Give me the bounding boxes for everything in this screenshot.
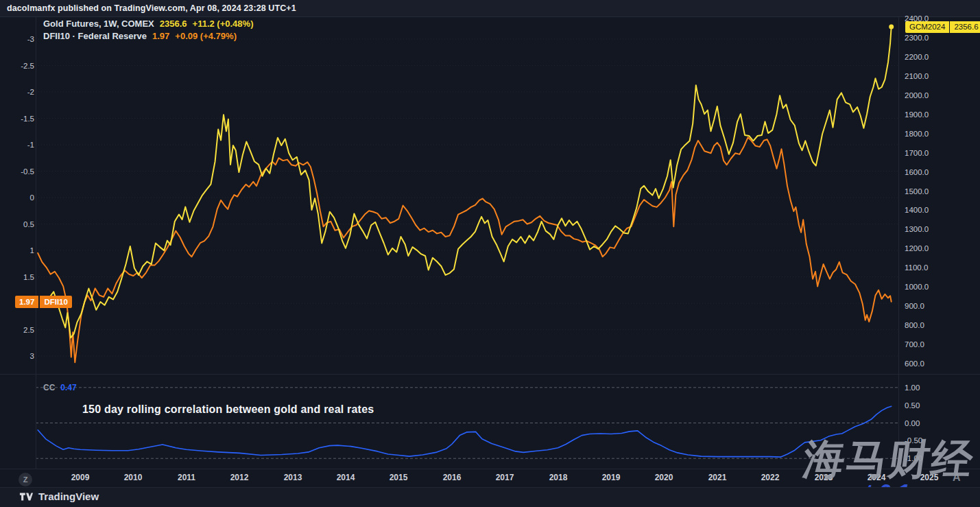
time-axis-tick: 2019 <box>602 473 621 482</box>
footer-bar <box>0 487 980 507</box>
time-axis-tick: 2018 <box>549 473 568 482</box>
price-axis-tick: 2300.0 <box>905 34 929 42</box>
price-axis-tick: 600.0 <box>905 359 924 368</box>
price-axis-tick: 1000.0 <box>905 283 929 291</box>
time-axis-tick: 2014 <box>337 473 355 482</box>
price-axis-tick: 2100.0 <box>905 72 929 80</box>
time-axis-tick: 2022 <box>761 473 780 482</box>
legend-gold-row[interactable]: Gold Futures, 1W, COMEX 2356.6 +11.2 (+0… <box>43 19 253 29</box>
gold-change: +11.2 (+0.48%) <box>193 19 254 29</box>
rates-change: +0.09 (+4.79%) <box>175 31 237 41</box>
tradingview-logo-icon <box>19 491 34 502</box>
dfii10-series-line <box>38 137 892 362</box>
panel-separator[interactable] <box>0 374 980 375</box>
price-axis-tick: 1300.0 <box>905 225 929 233</box>
cc-axis-tick: 0.00 <box>905 419 920 427</box>
price-axis-tick: 1200.0 <box>905 244 929 252</box>
gold-series-title: Gold Futures, 1W, COMEX <box>43 19 154 29</box>
price-axis-tick: 2200.0 <box>905 53 929 61</box>
price-axis-tick: 1900.0 <box>905 110 929 119</box>
time-axis-tick: 2009 <box>71 473 90 482</box>
gold-series-line <box>38 27 892 338</box>
left-axis-tick: 0 <box>0 193 34 202</box>
chart-canvas[interactable] <box>0 0 980 507</box>
left-scale-border <box>36 17 36 469</box>
gold-price-axis-label[interactable]: GCM20242356.6 <box>905 21 980 33</box>
gold-price-value: 2356.6 <box>950 21 980 33</box>
rates-series-title: DFII10 · Federal Reserve <box>43 31 147 41</box>
price-axis-tick: 1600.0 <box>905 168 929 176</box>
cc-indicator-row[interactable]: CC 0.47 <box>43 383 77 392</box>
left-axis-tick: -3 <box>0 35 34 43</box>
left-axis-tick: 1.5 <box>0 273 34 281</box>
tradingview-published-chart: dacolmanfx published on TradingView.com,… <box>0 0 980 507</box>
price-axis-tick: 1100.0 <box>905 263 928 272</box>
time-axis-tick: 2020 <box>655 473 673 482</box>
left-axis-tick: -2.5 <box>0 62 34 70</box>
left-axis-tick: 2.5 <box>0 326 34 334</box>
cc-axis-tick: 0.50 <box>905 401 920 410</box>
cc-indicator-title: CC <box>43 383 55 392</box>
price-axis-tick: 800.0 <box>905 321 924 329</box>
left-axis-tick: 3 <box>0 352 34 360</box>
left-axis-tick: -2 <box>0 88 34 96</box>
left-axis-tick: 1 <box>0 246 34 255</box>
price-axis-tick: 1500.0 <box>905 187 929 196</box>
price-axis-tick: 2000.0 <box>905 91 929 99</box>
time-axis-tick: 2016 <box>443 473 462 482</box>
price-axis-tick: 1800.0 <box>905 130 929 138</box>
cc-indicator-value: 0.47 <box>60 383 76 392</box>
publish-title: dacolmanfx published on TradingView.com,… <box>7 3 296 13</box>
time-axis-tick: 2011 <box>178 473 195 482</box>
price-axis-tick: 900.0 <box>905 302 924 310</box>
rates-price-value: 1.97 <box>15 296 38 308</box>
price-axis-tick: 700.0 <box>905 340 924 349</box>
legend-rates-row[interactable]: DFII10 · Federal Reserve 1.97 +0.09 (+4.… <box>43 31 237 41</box>
gold-last-point-marker <box>889 25 894 30</box>
cc-axis-tick: 1.00 <box>905 384 920 392</box>
rates-symbol: DFII10 <box>40 296 72 308</box>
time-axis-tick: 2013 <box>284 473 302 482</box>
time-axis-tick: 2015 <box>390 473 408 482</box>
time-axis-tick: 2012 <box>230 473 249 482</box>
left-axis-tick: -1.5 <box>0 115 34 123</box>
rates-last-value: 1.97 <box>152 31 169 41</box>
price-axis-tick: 1700.0 <box>905 149 929 157</box>
time-axis-tick: 2017 <box>496 473 514 482</box>
price-axis-tick: 1400.0 <box>905 206 929 214</box>
time-axis-tick: 2010 <box>124 473 143 482</box>
left-axis-tick: -1 <box>0 141 34 149</box>
chart-annotation-text: 150 day rolling correlation between gold… <box>82 403 374 416</box>
time-axis-tick: 2021 <box>708 473 727 482</box>
tradingview-brand-label: TradingView <box>38 491 99 502</box>
gold-contract-symbol: GCM2024 <box>905 21 949 33</box>
rates-price-axis-label[interactable]: 1.97DFII10 <box>15 296 72 308</box>
left-axis-tick: 0.5 <box>0 220 34 228</box>
tradingview-brand[interactable]: TradingView <box>19 491 99 502</box>
publish-header: dacolmanfx published on TradingView.com,… <box>0 0 980 17</box>
right-scale-border <box>898 17 899 469</box>
timezone-button[interactable]: Z <box>19 473 32 486</box>
left-axis-tick: -0.5 <box>0 167 34 176</box>
gold-last-value: 2356.6 <box>160 19 187 29</box>
